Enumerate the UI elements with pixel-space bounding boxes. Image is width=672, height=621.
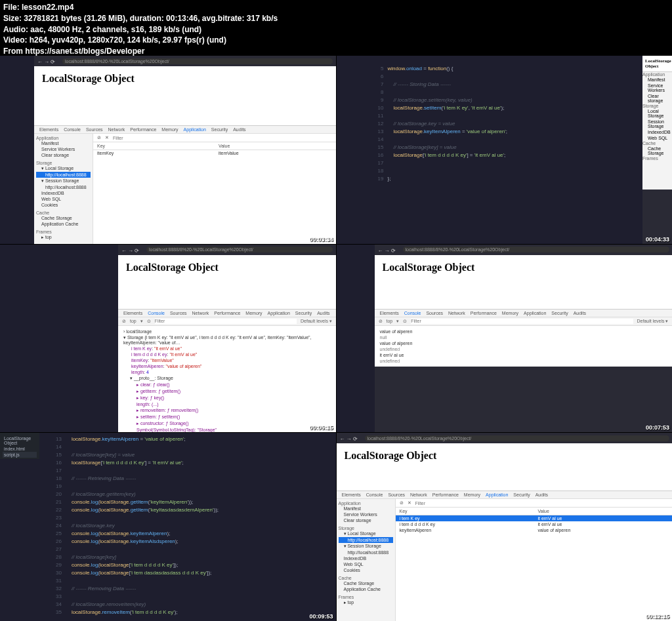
timestamp: 00:04:33: [646, 236, 669, 243]
devtools-sidebar[interactable]: Application Manifest Service Workers Cle…: [34, 134, 93, 244]
console-output: › localStorage ▾ Storage {i tem K ey: "i…: [118, 326, 336, 433]
url-bar[interactable]: localhost:8888/8%20-%20LocalStorage%20Ob…: [62, 58, 333, 64]
devtools-tabs[interactable]: ElementsConsoleSourcesNetworkPerformance…: [34, 126, 336, 134]
back-icon[interactable]: ←: [37, 59, 41, 63]
thumbnail-2: 5window.onload = function() {67 // -----…: [337, 56, 673, 244]
thumbnail-6: ←→⟳ localhost:8888/8%20-%20LocalStorage%…: [337, 433, 673, 621]
forward-icon[interactable]: →: [44, 59, 48, 63]
file-tree[interactable]: LocalStorage Object index.html script.js: [0, 433, 39, 459]
thumbnail-5: LocalStorage Object index.html script.js…: [0, 433, 336, 621]
thumbnail-3: ←→⟳ localhost:8888/8%20-%20LocalStorage%…: [0, 245, 336, 433]
file-info: File: lesson22.mp4 Size: 32781821 bytes …: [0, 0, 281, 59]
reload-icon[interactable]: ⟳: [51, 59, 54, 63]
page-title: LocalStorage Object: [42, 73, 328, 85]
code-editor[interactable]: 5window.onload = function() {67 // -----…: [375, 62, 637, 186]
filter-input[interactable]: [113, 135, 332, 140]
code-editor[interactable]: 13 localStorage.keyItemAlperen = 'value …: [52, 433, 336, 619]
thumbnail-1: ← → ⟳ localhost:8888/8%20-%20LocalStorag…: [0, 56, 336, 244]
thumbnail-4: ←→⟳ localhost:8888/8%20-%20LocalStorage%…: [337, 245, 673, 433]
timestamp: 00:03:34: [309, 236, 333, 243]
